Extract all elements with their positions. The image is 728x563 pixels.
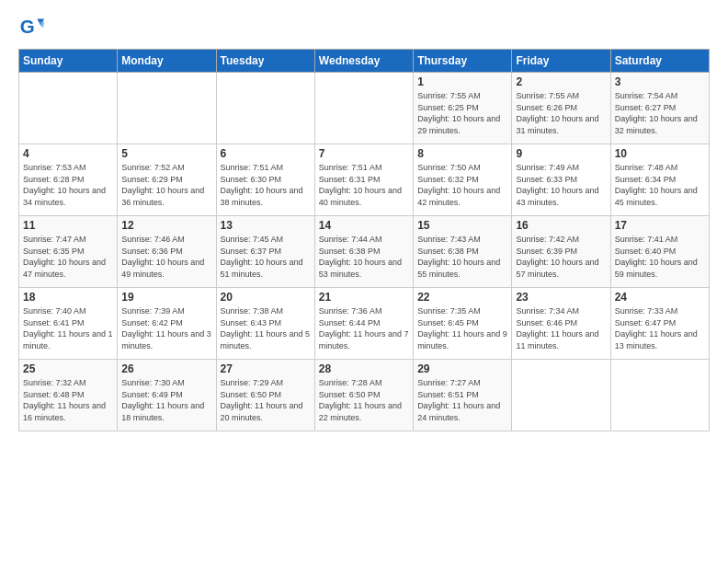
day-header-friday: Friday	[512, 50, 610, 73]
day-info: Sunrise: 7:54 AM Sunset: 6:27 PM Dayligh…	[615, 90, 705, 136]
day-info: Sunrise: 7:44 AM Sunset: 6:38 PM Dayligh…	[319, 234, 409, 280]
day-number: 17	[615, 219, 705, 232]
calendar-cell: 22Sunrise: 7:35 AM Sunset: 6:45 PM Dayli…	[414, 288, 512, 360]
day-number: 24	[615, 291, 705, 304]
day-info: Sunrise: 7:34 AM Sunset: 6:46 PM Dayligh…	[516, 305, 606, 351]
day-header-monday: Monday	[118, 50, 216, 73]
logo: G	[18, 14, 48, 40]
day-number: 22	[417, 291, 507, 304]
day-info: Sunrise: 7:52 AM Sunset: 6:29 PM Dayligh…	[121, 162, 211, 208]
calendar-cell: 24Sunrise: 7:33 AM Sunset: 6:47 PM Dayli…	[610, 288, 709, 360]
calendar-cell: 8Sunrise: 7:50 AM Sunset: 6:32 PM Daylig…	[414, 144, 512, 216]
day-number: 11	[23, 219, 113, 232]
calendar-cell: 14Sunrise: 7:44 AM Sunset: 6:38 PM Dayli…	[314, 216, 413, 288]
day-number: 5	[121, 147, 211, 160]
calendar-cell: 18Sunrise: 7:40 AM Sunset: 6:41 PM Dayli…	[19, 288, 118, 360]
day-info: Sunrise: 7:42 AM Sunset: 6:39 PM Dayligh…	[516, 234, 606, 280]
day-info: Sunrise: 7:40 AM Sunset: 6:41 PM Dayligh…	[23, 305, 113, 351]
day-info: Sunrise: 7:33 AM Sunset: 6:47 PM Dayligh…	[615, 305, 705, 351]
calendar-cell: 26Sunrise: 7:30 AM Sunset: 6:49 PM Dayli…	[118, 360, 216, 431]
day-info: Sunrise: 7:41 AM Sunset: 6:40 PM Dayligh…	[615, 234, 705, 280]
day-number: 26	[121, 362, 211, 375]
calendar-cell: 27Sunrise: 7:29 AM Sunset: 6:50 PM Dayli…	[216, 360, 314, 431]
day-number: 23	[516, 291, 606, 304]
day-number: 10	[615, 147, 705, 160]
calendar-cell: 10Sunrise: 7:48 AM Sunset: 6:34 PM Dayli…	[610, 144, 709, 216]
calendar-cell: 7Sunrise: 7:51 AM Sunset: 6:31 PM Daylig…	[314, 144, 413, 216]
calendar-header-row: SundayMondayTuesdayWednesdayThursdayFrid…	[19, 50, 710, 73]
calendar-cell: 23Sunrise: 7:34 AM Sunset: 6:46 PM Dayli…	[512, 288, 610, 360]
day-info: Sunrise: 7:29 AM Sunset: 6:50 PM Dayligh…	[221, 377, 311, 423]
calendar-cell: 25Sunrise: 7:32 AM Sunset: 6:48 PM Dayli…	[19, 360, 118, 431]
calendar-cell: 4Sunrise: 7:53 AM Sunset: 6:28 PM Daylig…	[19, 144, 118, 216]
calendar-cell	[314, 73, 413, 144]
calendar-cell: 19Sunrise: 7:39 AM Sunset: 6:42 PM Dayli…	[118, 288, 216, 360]
calendar-cell: 28Sunrise: 7:28 AM Sunset: 6:50 PM Dayli…	[314, 360, 413, 431]
day-number: 20	[221, 291, 311, 304]
header: G	[18, 14, 710, 40]
svg-marker-2	[39, 21, 44, 28]
day-header-thursday: Thursday	[414, 50, 512, 73]
day-number: 3	[615, 75, 705, 88]
calendar-cell: 6Sunrise: 7:51 AM Sunset: 6:30 PM Daylig…	[216, 144, 314, 216]
calendar-cell	[216, 73, 314, 144]
day-number: 28	[319, 362, 409, 375]
day-info: Sunrise: 7:28 AM Sunset: 6:50 PM Dayligh…	[319, 377, 409, 423]
week-row-4: 18Sunrise: 7:40 AM Sunset: 6:41 PM Dayli…	[19, 288, 710, 360]
day-info: Sunrise: 7:27 AM Sunset: 6:51 PM Dayligh…	[417, 377, 507, 423]
day-number: 29	[417, 362, 507, 375]
calendar-cell: 12Sunrise: 7:46 AM Sunset: 6:36 PM Dayli…	[118, 216, 216, 288]
day-header-wednesday: Wednesday	[314, 50, 413, 73]
day-header-saturday: Saturday	[610, 50, 709, 73]
calendar-cell: 13Sunrise: 7:45 AM Sunset: 6:37 PM Dayli…	[216, 216, 314, 288]
day-number: 18	[23, 291, 113, 304]
day-number: 21	[319, 291, 409, 304]
day-number: 14	[319, 219, 409, 232]
calendar-cell: 17Sunrise: 7:41 AM Sunset: 6:40 PM Dayli…	[610, 216, 709, 288]
day-info: Sunrise: 7:55 AM Sunset: 6:25 PM Dayligh…	[417, 90, 507, 136]
week-row-1: 1Sunrise: 7:55 AM Sunset: 6:25 PM Daylig…	[19, 73, 710, 144]
day-number: 8	[417, 147, 507, 160]
day-number: 6	[221, 147, 311, 160]
svg-text:G: G	[20, 16, 35, 37]
day-number: 4	[23, 147, 113, 160]
day-info: Sunrise: 7:48 AM Sunset: 6:34 PM Dayligh…	[615, 162, 705, 208]
day-info: Sunrise: 7:50 AM Sunset: 6:32 PM Dayligh…	[417, 162, 507, 208]
day-header-tuesday: Tuesday	[216, 50, 314, 73]
day-info: Sunrise: 7:32 AM Sunset: 6:48 PM Dayligh…	[23, 377, 113, 423]
calendar-cell	[512, 360, 610, 431]
week-row-5: 25Sunrise: 7:32 AM Sunset: 6:48 PM Dayli…	[19, 360, 710, 431]
calendar-cell: 9Sunrise: 7:49 AM Sunset: 6:33 PM Daylig…	[512, 144, 610, 216]
day-number: 13	[221, 219, 311, 232]
calendar-cell: 29Sunrise: 7:27 AM Sunset: 6:51 PM Dayli…	[414, 360, 512, 431]
day-info: Sunrise: 7:51 AM Sunset: 6:31 PM Dayligh…	[319, 162, 409, 208]
day-info: Sunrise: 7:46 AM Sunset: 6:36 PM Dayligh…	[121, 234, 211, 280]
day-number: 27	[221, 362, 311, 375]
day-number: 19	[121, 291, 211, 304]
day-info: Sunrise: 7:53 AM Sunset: 6:28 PM Dayligh…	[23, 162, 113, 208]
day-number: 25	[23, 362, 113, 375]
day-info: Sunrise: 7:45 AM Sunset: 6:37 PM Dayligh…	[221, 234, 311, 280]
logo-icon: G	[18, 14, 44, 40]
day-header-sunday: Sunday	[19, 50, 118, 73]
day-info: Sunrise: 7:38 AM Sunset: 6:43 PM Dayligh…	[221, 305, 311, 351]
day-info: Sunrise: 7:35 AM Sunset: 6:45 PM Dayligh…	[417, 305, 507, 351]
day-info: Sunrise: 7:47 AM Sunset: 6:35 PM Dayligh…	[23, 234, 113, 280]
day-info: Sunrise: 7:49 AM Sunset: 6:33 PM Dayligh…	[516, 162, 606, 208]
calendar-cell: 15Sunrise: 7:43 AM Sunset: 6:38 PM Dayli…	[414, 216, 512, 288]
day-number: 16	[516, 219, 606, 232]
calendar-cell: 1Sunrise: 7:55 AM Sunset: 6:25 PM Daylig…	[414, 73, 512, 144]
calendar-cell: 16Sunrise: 7:42 AM Sunset: 6:39 PM Dayli…	[512, 216, 610, 288]
calendar-cell: 5Sunrise: 7:52 AM Sunset: 6:29 PM Daylig…	[118, 144, 216, 216]
week-row-2: 4Sunrise: 7:53 AM Sunset: 6:28 PM Daylig…	[19, 144, 710, 216]
calendar-cell	[118, 73, 216, 144]
calendar-cell: 21Sunrise: 7:36 AM Sunset: 6:44 PM Dayli…	[314, 288, 413, 360]
day-number: 15	[417, 219, 507, 232]
day-number: 2	[516, 75, 606, 88]
day-info: Sunrise: 7:43 AM Sunset: 6:38 PM Dayligh…	[417, 234, 507, 280]
day-number: 7	[319, 147, 409, 160]
day-info: Sunrise: 7:30 AM Sunset: 6:49 PM Dayligh…	[121, 377, 211, 423]
week-row-3: 11Sunrise: 7:47 AM Sunset: 6:35 PM Dayli…	[19, 216, 710, 288]
day-number: 9	[516, 147, 606, 160]
calendar-cell	[19, 73, 118, 144]
